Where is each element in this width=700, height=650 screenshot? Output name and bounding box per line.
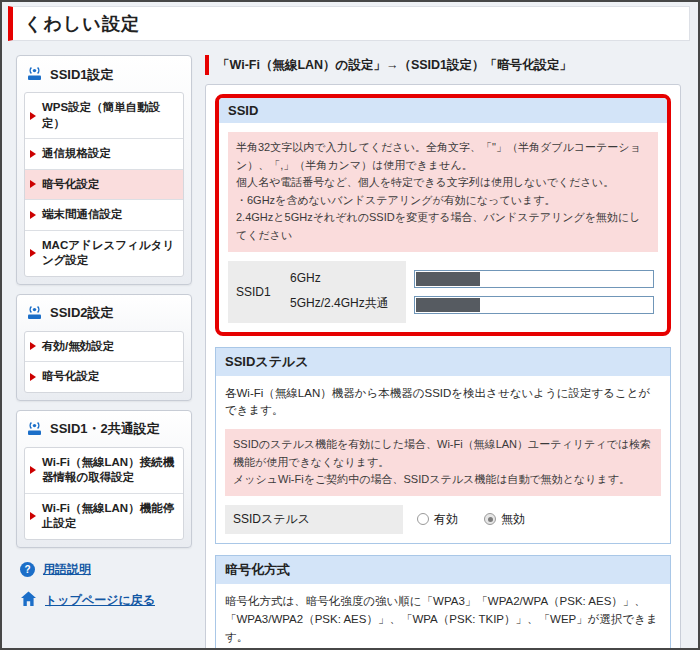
encryption-header: 暗号化方式 [216,556,670,584]
page-title: くわしい設定 [8,6,690,41]
router-signal-icon [25,420,44,439]
ssid-stealth-content: 各Wi-Fi（無線LAN）機器から本機器のSSIDを検出させないように設定するこ… [216,376,670,543]
sidebar-item-tanmatsu[interactable]: 端末間通信設定 [25,199,183,230]
red-triangle-icon [30,466,36,474]
ssid-inputs [406,261,658,323]
ssid-label-cell: SSID1 6GHz 5GHz/2.4GHz共通 [228,261,406,323]
red-triangle-icon [30,150,36,158]
ssid-section-content: 半角32文字以内で入力してください。全角文字、「"」（半角ダブルコーテーション）… [219,123,667,332]
ssid-stealth-notice: SSIDのステルス機能を有効にした場合、Wi-Fi（無線LAN）ユーティリティで… [225,429,661,496]
ssid-stealth-header: SSIDステルス [216,348,670,376]
sidebar-item-label: 暗号化設定 [42,369,100,385]
ssid-notice: 半角32文字以内で入力してください。全角文字、「"」（半角ダブルコーテーション）… [228,132,658,252]
back-to-top-link[interactable]: トップページに戻る [20,591,192,611]
sidebar-item-label: Wi-Fi（無線LAN）機能停止設定 [42,501,178,532]
sidebar-item-kino-teishi[interactable]: Wi-Fi（無線LAN）機能停止設定 [25,493,183,539]
glossary-link-label: 用語説明 [43,561,91,578]
settings-panel: SSID 半角32文字以内で入力してください。全角文字、「"」（半角ダブルコーテ… [205,84,681,650]
back-to-top-link-label: トップページに戻る [45,592,155,609]
red-triangle-icon [30,180,36,188]
sidebar-ssid2-items: 有効/無効設定 暗号化設定 [24,331,184,393]
sidebar-panel-common-title: SSID1・2共通設定 [50,420,160,438]
sidebar-item-label: 端末間通信設定 [42,207,123,223]
stealth-notice-line: SSIDのステルス機能を有効にした場合、Wi-Fi（無線LAN）ユーティリティで… [233,436,653,471]
ssid-stealth-description: 各Wi-Fi（無線LAN）機器から本機器のSSIDを検出させないように設定するこ… [225,385,661,421]
breadcrumb: 「Wi-Fi（無線LAN）の設定」→（SSID1設定）「暗号化設定」 [205,55,681,75]
question-icon: ? [20,562,35,577]
sidebar-item-angouka-active[interactable]: 暗号化設定 [25,169,183,200]
stealth-notice-line: メッシュWi-Fiをご契約中の場合、SSIDステルス機能は自動で無効となります。 [233,471,653,489]
sidebar-item-tsushin-kikaku[interactable]: 通信規格設定 [25,138,183,169]
sidebar-item-label: WPS設定（簡単自動設定） [42,100,178,131]
sidebar-item-kiki-joho[interactable]: Wi-Fi（無線LAN）接続機器情報の取得設定 [25,448,183,493]
sidebar-item-wps[interactable]: WPS設定（簡単自動設定） [25,93,183,138]
router-settings-page: { "page": { "title": "くわしい設定" }, "colors… [0,0,700,650]
sidebar-ssid1-items: WPS設定（簡単自動設定） 通信規格設定 暗号化設定 端末間通信設定 MACアド… [24,92,184,277]
red-triangle-icon [30,249,36,257]
ssid-stealth-field-label: SSIDステルス [225,505,403,534]
sidebar-panel-common-header: SSID1・2共通設定 [24,418,184,447]
ssid-section: SSID 半角32文字以内で入力してください。全角文字、「"」（半角ダブルコーテ… [215,94,671,336]
radio-enable[interactable]: 有効 [417,511,458,528]
encryption-description: 暗号化方式は、暗号化強度の強い順に「WPA3」「WPA2/WPA（PSK: AE… [225,593,661,646]
sidebar-item-label: 暗号化設定 [42,177,100,193]
encryption-content: 暗号化方式は、暗号化強度の強い順に「WPA3」「WPA2/WPA（PSK: AE… [216,584,670,650]
red-triangle-icon [30,512,36,520]
sidebar-panel-common: SSID1・2共通設定 Wi-Fi（無線LAN）接続機器情報の取得設定 Wi-F… [16,410,192,548]
ssid-field-rows: SSID1 6GHz 5GHz/2.4GHz共通 [228,261,658,323]
sidebar-panel-ssid2-header: SSID2設定 [24,302,184,331]
sidebar: SSID1設定 WPS設定（簡単自動設定） 通信規格設定 暗号化設定 端末間通信… [16,55,192,611]
main-content: 「Wi-Fi（無線LAN）の設定」→（SSID1設定）「暗号化設定」 SSID … [205,55,681,650]
ssid-section-header: SSID [219,98,667,123]
glossary-link[interactable]: ? 用語説明 [20,561,192,578]
router-signal-icon [25,65,44,84]
ssid-6ghz-label: 6GHz [290,271,400,285]
masked-ssid-value [416,298,480,312]
ssid-stealth-section: SSIDステルス 各Wi-Fi（無線LAN）機器から本機器のSSIDを検出させな… [215,347,671,544]
radio-disable-circle [484,513,496,525]
ssid-notice-line: 2.4GHzと5GHzそれぞれのSSIDを変更する場合、バンドステアリングを無効… [236,209,650,244]
sidebar-item-label: MACアドレスフィルタリング設定 [42,238,178,269]
ssid1-row-label: SSID1 [236,285,271,299]
radio-enable-label: 有効 [434,511,458,528]
masked-ssid-value [416,272,480,286]
red-triangle-icon [30,112,36,120]
ssid-5ghz-input[interactable] [414,296,654,314]
encryption-section: 暗号化方式 暗号化方式は、暗号化強度の強い順に「WPA3」「WPA2/WPA（P… [215,555,671,650]
sidebar-item-mac-filter[interactable]: MACアドレスフィルタリング設定 [25,230,183,276]
page-title-text: くわしい設定 [24,12,140,36]
ssid-notice-line: 個人名や電話番号など、個人を特定できる文字列は使用しないでください。 [236,174,650,192]
red-triangle-icon [30,373,36,381]
ssid-notice-line: ・6GHzを含めないバンドステアリングが有効になっています。 [236,192,650,210]
ssid-stealth-radio-group: 有効 無効 [403,505,525,534]
ssid-6ghz-input[interactable] [414,270,654,288]
sidebar-panel-ssid1: SSID1設定 WPS設定（簡単自動設定） 通信規格設定 暗号化設定 端末間通信… [16,55,192,285]
sidebar-panel-ssid2-title: SSID2設定 [50,304,114,322]
ssid-5ghz-label: 5GHz/2.4GHz共通 [290,295,400,312]
router-signal-icon [25,304,44,323]
sidebar-item-ssid2-angouka[interactable]: 暗号化設定 [25,361,183,392]
radio-enable-circle [417,513,429,525]
sidebar-item-yuko-muko[interactable]: 有効/無効設定 [25,332,183,362]
sidebar-common-items: Wi-Fi（無線LAN）接続機器情報の取得設定 Wi-Fi（無線LAN）機能停止… [24,447,184,540]
sidebar-panel-ssid1-header: SSID1設定 [24,63,184,92]
red-triangle-icon [30,211,36,219]
red-triangle-icon [30,342,36,350]
ssid-stealth-form-row: SSIDステルス 有効 無効 [225,505,661,534]
sidebar-item-label: 通信規格設定 [42,146,111,162]
sidebar-item-label: 有効/無効設定 [42,339,114,355]
sidebar-item-label: Wi-Fi（無線LAN）接続機器情報の取得設定 [42,455,178,486]
home-icon [20,591,37,611]
sidebar-panel-ssid2: SSID2設定 有効/無効設定 暗号化設定 [16,294,192,401]
radio-disable-label: 無効 [501,511,525,528]
sidebar-panel-ssid1-title: SSID1設定 [50,66,114,84]
radio-disable[interactable]: 無効 [484,511,525,528]
ssid-notice-line: 半角32文字以内で入力してください。全角文字、「"」（半角ダブルコーテーション）… [236,139,650,174]
